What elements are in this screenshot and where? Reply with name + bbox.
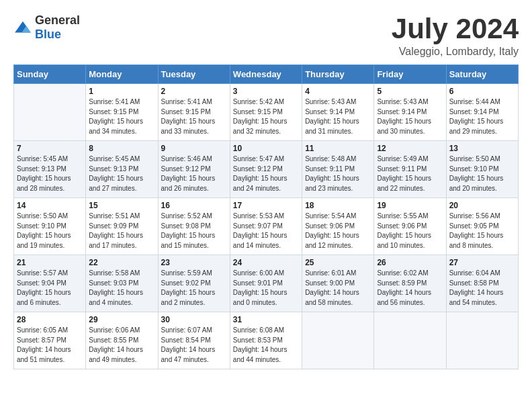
calendar-cell: 16Sunrise: 5:52 AMSunset: 9:08 PMDayligh… [158, 198, 230, 255]
day-info: Sunrise: 6:01 AMSunset: 9:00 PMDaylight:… [305, 269, 371, 308]
calendar-table: SundayMondayTuesdayWednesdayThursdayFrid… [13, 64, 519, 369]
calendar-cell: 13Sunrise: 5:50 AMSunset: 9:10 PMDayligh… [446, 141, 518, 198]
day-info: Sunrise: 5:41 AMSunset: 9:15 PMDaylight:… [161, 97, 227, 136]
day-number: 22 [89, 258, 154, 267]
calendar-cell: 6Sunrise: 5:44 AMSunset: 9:14 PMDaylight… [446, 84, 518, 141]
day-info: Sunrise: 5:42 AMSunset: 9:15 PMDaylight:… [233, 97, 299, 136]
day-number: 9 [161, 144, 227, 153]
calendar-cell: 2Sunrise: 5:41 AMSunset: 9:15 PMDaylight… [158, 84, 230, 141]
calendar-week-row: 21Sunrise: 5:57 AMSunset: 9:04 PMDayligh… [14, 255, 519, 312]
calendar-cell: 8Sunrise: 5:45 AMSunset: 9:13 PMDaylight… [86, 141, 158, 198]
day-number: 21 [17, 258, 83, 267]
month-title: July 2024 [392, 13, 519, 44]
day-info: Sunrise: 5:45 AMSunset: 9:13 PMDaylight:… [17, 154, 83, 193]
day-info: Sunrise: 6:06 AMSunset: 8:55 PMDaylight:… [89, 326, 154, 365]
calendar-cell: 19Sunrise: 5:55 AMSunset: 9:06 PMDayligh… [374, 198, 446, 255]
calendar-cell [374, 312, 446, 369]
calendar-cell: 7Sunrise: 5:45 AMSunset: 9:13 PMDaylight… [14, 141, 86, 198]
calendar-cell: 25Sunrise: 6:01 AMSunset: 9:00 PMDayligh… [302, 255, 374, 312]
day-number: 6 [449, 87, 515, 96]
day-info: Sunrise: 5:57 AMSunset: 9:04 PMDaylight:… [17, 269, 83, 308]
calendar-cell: 14Sunrise: 5:50 AMSunset: 9:10 PMDayligh… [14, 198, 86, 255]
day-number: 24 [233, 258, 299, 267]
calendar-cell [14, 84, 86, 141]
day-number: 20 [449, 201, 515, 210]
logo-blue-text: Blue [35, 28, 61, 41]
calendar-cell: 1Sunrise: 5:41 AMSunset: 9:15 PMDaylight… [86, 84, 158, 141]
day-info: Sunrise: 6:05 AMSunset: 8:57 PMDaylight:… [17, 326, 83, 365]
day-number: 16 [161, 201, 227, 210]
day-number: 10 [233, 144, 299, 153]
calendar-cell: 28Sunrise: 6:05 AMSunset: 8:57 PMDayligh… [14, 312, 86, 369]
calendar-cell: 17Sunrise: 5:53 AMSunset: 9:07 PMDayligh… [230, 198, 302, 255]
day-info: Sunrise: 6:07 AMSunset: 8:54 PMDaylight:… [161, 326, 227, 365]
day-number: 29 [89, 315, 154, 324]
weekday-header-row: SundayMondayTuesdayWednesdayThursdayFrid… [14, 65, 519, 84]
calendar-cell: 5Sunrise: 5:43 AMSunset: 9:14 PMDaylight… [374, 84, 446, 141]
calendar-cell: 15Sunrise: 5:51 AMSunset: 9:09 PMDayligh… [86, 198, 158, 255]
logo: General Blue [13, 13, 80, 42]
calendar-cell [446, 312, 518, 369]
calendar-week-row: 14Sunrise: 5:50 AMSunset: 9:10 PMDayligh… [14, 198, 519, 255]
day-info: Sunrise: 5:46 AMSunset: 9:12 PMDaylight:… [161, 154, 227, 193]
day-info: Sunrise: 5:51 AMSunset: 9:09 PMDaylight:… [89, 212, 154, 250]
day-info: Sunrise: 6:00 AMSunset: 9:01 PMDaylight:… [233, 269, 299, 308]
calendar-cell: 31Sunrise: 6:08 AMSunset: 8:53 PMDayligh… [230, 312, 302, 369]
calendar-cell: 3Sunrise: 5:42 AMSunset: 9:15 PMDaylight… [230, 84, 302, 141]
day-number: 7 [17, 144, 83, 153]
calendar-cell: 22Sunrise: 5:58 AMSunset: 9:03 PMDayligh… [86, 255, 158, 312]
calendar-cell: 24Sunrise: 6:00 AMSunset: 9:01 PMDayligh… [230, 255, 302, 312]
day-info: Sunrise: 5:50 AMSunset: 9:10 PMDaylight:… [17, 212, 83, 250]
calendar-cell: 27Sunrise: 6:04 AMSunset: 8:58 PMDayligh… [446, 255, 518, 312]
calendar-cell: 11Sunrise: 5:48 AMSunset: 9:11 PMDayligh… [302, 141, 374, 198]
day-number: 4 [305, 87, 371, 96]
day-number: 19 [377, 201, 443, 210]
calendar-cell: 10Sunrise: 5:47 AMSunset: 9:12 PMDayligh… [230, 141, 302, 198]
calendar-cell: 26Sunrise: 6:02 AMSunset: 8:59 PMDayligh… [374, 255, 446, 312]
day-number: 8 [89, 144, 154, 153]
weekday-header-thursday: Thursday [302, 65, 374, 84]
day-number: 17 [233, 201, 299, 210]
day-info: Sunrise: 5:59 AMSunset: 9:02 PMDaylight:… [161, 269, 227, 308]
day-info: Sunrise: 5:48 AMSunset: 9:11 PMDaylight:… [305, 154, 371, 193]
calendar-week-row: 7Sunrise: 5:45 AMSunset: 9:13 PMDaylight… [14, 141, 519, 198]
day-info: Sunrise: 5:47 AMSunset: 9:12 PMDaylight:… [233, 154, 299, 193]
day-number: 5 [377, 87, 443, 96]
calendar-cell [302, 312, 374, 369]
day-info: Sunrise: 5:52 AMSunset: 9:08 PMDaylight:… [161, 212, 227, 250]
day-number: 31 [233, 315, 299, 324]
calendar-cell: 23Sunrise: 5:59 AMSunset: 9:02 PMDayligh… [158, 255, 230, 312]
day-info: Sunrise: 6:08 AMSunset: 8:53 PMDaylight:… [233, 326, 299, 365]
day-info: Sunrise: 5:53 AMSunset: 9:07 PMDaylight:… [233, 212, 299, 250]
day-number: 3 [233, 87, 299, 96]
day-number: 30 [161, 315, 227, 324]
day-number: 14 [17, 201, 83, 210]
day-info: Sunrise: 5:41 AMSunset: 9:15 PMDaylight:… [89, 97, 154, 136]
logo-general-text: General [35, 13, 80, 27]
weekday-header-saturday: Saturday [446, 65, 518, 84]
calendar-cell: 20Sunrise: 5:56 AMSunset: 9:05 PMDayligh… [446, 198, 518, 255]
calendar-cell: 4Sunrise: 5:43 AMSunset: 9:14 PMDaylight… [302, 84, 374, 141]
day-number: 12 [377, 144, 443, 153]
weekday-header-sunday: Sunday [14, 65, 86, 84]
day-info: Sunrise: 5:58 AMSunset: 9:03 PMDaylight:… [89, 269, 154, 308]
day-info: Sunrise: 5:49 AMSunset: 9:11 PMDaylight:… [377, 154, 443, 193]
calendar-cell: 29Sunrise: 6:06 AMSunset: 8:55 PMDayligh… [86, 312, 158, 369]
day-number: 1 [89, 87, 154, 96]
day-info: Sunrise: 6:02 AMSunset: 8:59 PMDaylight:… [377, 269, 443, 308]
day-info: Sunrise: 5:55 AMSunset: 9:06 PMDaylight:… [377, 212, 443, 250]
day-info: Sunrise: 5:43 AMSunset: 9:14 PMDaylight:… [377, 97, 443, 136]
day-info: Sunrise: 5:56 AMSunset: 9:05 PMDaylight:… [449, 212, 515, 250]
day-info: Sunrise: 6:04 AMSunset: 8:58 PMDaylight:… [449, 269, 515, 308]
day-number: 18 [305, 201, 371, 210]
day-info: Sunrise: 5:50 AMSunset: 9:10 PMDaylight:… [449, 154, 515, 193]
day-number: 27 [449, 258, 515, 267]
location-title: Valeggio, Lombardy, Italy [392, 46, 519, 58]
day-number: 26 [377, 258, 443, 267]
title-area: July 2024 Valeggio, Lombardy, Italy [392, 13, 519, 58]
logo-icon [13, 20, 32, 35]
calendar-week-row: 28Sunrise: 6:05 AMSunset: 8:57 PMDayligh… [14, 312, 519, 369]
day-number: 2 [161, 87, 227, 96]
day-number: 11 [305, 144, 371, 153]
calendar-week-row: 1Sunrise: 5:41 AMSunset: 9:15 PMDaylight… [14, 84, 519, 141]
